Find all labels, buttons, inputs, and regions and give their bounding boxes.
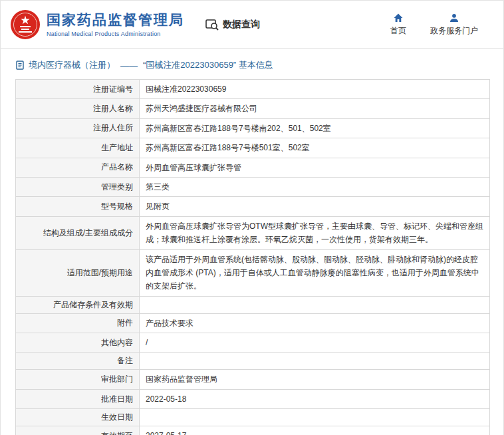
table-row: 产品名称 外周血管高压球囊扩张导管	[16, 158, 490, 177]
table-row: 附件 产品技术要求	[16, 313, 490, 333]
document-icon	[15, 61, 25, 70]
breadcrumb: 境内医疗器械（注册） —— “国械注准20223030659” 基本信息	[1, 49, 503, 78]
field-value	[140, 409, 490, 426]
field-value: 苏州高新区富春江路188号7号楼南202、501、502室	[140, 118, 490, 138]
site-title-en: National Medical Products Administration	[47, 31, 184, 37]
breadcrumb-section[interactable]: 境内医疗器械（注册）	[29, 59, 115, 71]
field-value: 产品技术要求	[140, 313, 490, 333]
field-label: 注册人名称	[16, 99, 140, 118]
field-label: 备注	[16, 353, 140, 370]
table-row: 注册人名称 苏州天鸿盛捷医疗器械有限公司	[16, 99, 490, 118]
breadcrumb-separator: ——	[120, 61, 138, 71]
field-value	[140, 353, 490, 370]
field-label: 审批部门	[16, 370, 140, 389]
header-nav: 首页 政务服务门户	[390, 13, 494, 37]
data-query-icon	[205, 19, 219, 31]
field-value: 2027-05-17	[140, 426, 490, 435]
table-row: 型号规格 见附页	[16, 197, 490, 216]
site-title: 国家药品监督管理局	[47, 11, 184, 28]
field-label: 有效期至	[16, 426, 140, 435]
field-value: 苏州天鸿盛捷医疗器械有限公司	[140, 99, 490, 118]
table-row: 结构及组成/主要组成成分 外周血管高压球囊扩张导管为OTW型球囊扩张导管，主要由…	[16, 216, 490, 249]
nav-portal-label: 政务服务门户	[430, 25, 478, 37]
home-icon	[393, 13, 404, 23]
table-row: 批准日期 2022-05-18	[16, 389, 490, 408]
field-label: 注册证编号	[16, 80, 140, 99]
site-header: 国家药品监督管理局 National Medical Products Admi…	[1, 1, 503, 49]
field-label: 批准日期	[16, 389, 140, 408]
field-label: 产品储存条件及有效期	[16, 296, 140, 313]
field-label: 产品名称	[16, 158, 140, 177]
field-label: 管理类别	[16, 177, 140, 196]
field-label: 生产地址	[16, 138, 140, 158]
field-value: 外周血管高压球囊扩张导管	[140, 158, 490, 177]
nmpa-logo[interactable]: 国家药品监督管理局 National Medical Products Admi…	[10, 9, 184, 40]
field-value: 外周血管高压球囊扩张导管为OTW型球囊扩张导管，主要由球囊、导管、标记环、尖端和…	[140, 216, 490, 249]
field-value: 苏州高新区富春江路188号7号楼501室、502室	[140, 138, 490, 158]
field-label: 适用范围/预期用途	[16, 249, 140, 296]
table-row: 生产地址 苏州高新区富春江路188号7号楼501室、502室	[16, 138, 490, 158]
user-icon	[449, 13, 459, 23]
data-query-link[interactable]: 数据查询	[205, 19, 260, 31]
field-value: 2022-05-18	[140, 389, 490, 408]
field-label: 注册人住所	[16, 118, 140, 138]
table-row: 管理类别 第三类	[16, 177, 490, 196]
field-value	[140, 296, 490, 313]
field-label: 结构及组成/主要组成成分	[16, 216, 140, 249]
table-row: 有效期至 2027-05-17	[16, 426, 490, 435]
table-row: 备注	[16, 353, 490, 370]
field-label: 附件	[16, 313, 140, 333]
field-value: 见附页	[140, 197, 490, 216]
field-value: /	[140, 333, 490, 353]
field-value: 第三类	[140, 177, 490, 196]
table-row: 适用范围/预期用途 该产品适用于外周血管系统(包括髂动脉、股动脉、腘动脉、胫动脉…	[16, 249, 490, 296]
field-label: 型号规格	[16, 197, 140, 216]
table-row: 注册证编号 国械注准20223030659	[16, 80, 490, 99]
data-query-label: 数据查询	[223, 19, 260, 31]
field-value: 国家药品监督管理局	[140, 370, 490, 389]
table-row: 生效日期	[16, 409, 490, 426]
nav-portal[interactable]: 政务服务门户	[430, 13, 478, 37]
nav-home-label: 首页	[390, 25, 406, 37]
nav-home[interactable]: 首页	[390, 13, 406, 37]
field-label: 生效日期	[16, 409, 140, 426]
national-emblem-icon	[10, 9, 41, 40]
page-title: “国械注准20223030659” 基本信息	[143, 59, 273, 71]
table-row: 产品储存条件及有效期	[16, 296, 490, 313]
field-value: 该产品适用于外周血管系统(包括髂动脉、股动脉、腘动脉、胫动脉、腓动脉和肾动脉)的…	[140, 249, 490, 296]
field-value: 国械注准20223030659	[140, 80, 490, 99]
field-label: 其他内容	[16, 333, 140, 353]
registration-info-table: 注册证编号 国械注准20223030659 注册人名称 苏州天鸿盛捷医疗器械有限…	[15, 79, 490, 435]
table-row: 其他内容 /	[16, 333, 490, 353]
table-row: 审批部门 国家药品监督管理局	[16, 370, 490, 389]
table-row: 注册人住所 苏州高新区富春江路188号7号楼南202、501、502室	[16, 118, 490, 138]
